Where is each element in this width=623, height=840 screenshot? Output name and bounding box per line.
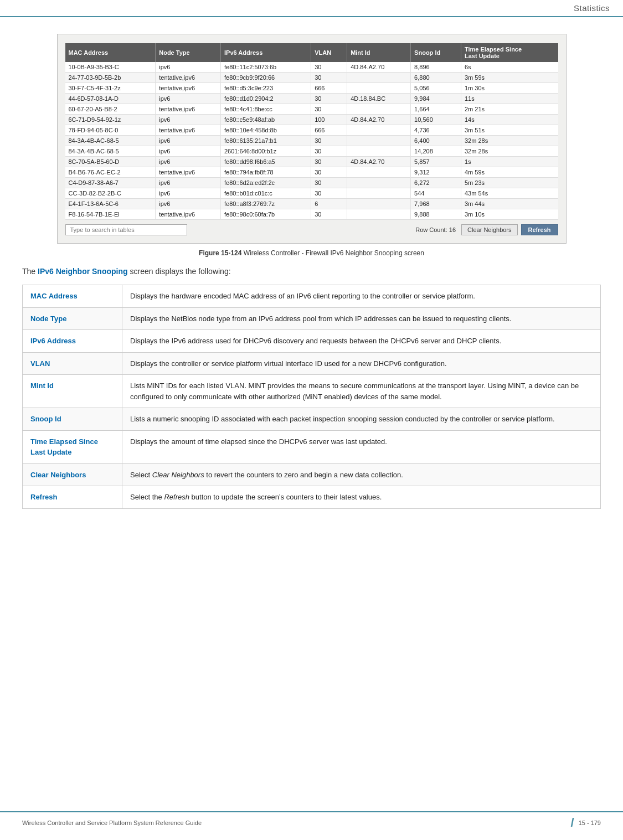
refresh-button[interactable]: Refresh [521, 224, 558, 235]
table-cell: 78-FD-94-05-8C-0 [65, 125, 156, 136]
table-cell: 666 [311, 83, 347, 94]
figure-caption-text: Wireless Controller - Firewall IPv6 Neig… [241, 249, 424, 257]
desc-row: RefreshSelect the Refresh button to upda… [23, 486, 601, 509]
table-cell: 4m 59s [461, 167, 558, 178]
desc-term: VLAN [23, 352, 122, 375]
table-header-row: MAC Address Node Type IPv6 Address VLAN … [65, 43, 558, 62]
table-cell: fe80::98c0:60fa:7b [220, 209, 311, 220]
table-cell [347, 146, 411, 157]
table-cell [347, 199, 411, 209]
table-row: 78-FD-94-05-8C-0tentative,ipv6fe80::10e4… [65, 125, 558, 136]
table-cell: 4D.84.A2.70 [347, 115, 411, 125]
search-input[interactable] [65, 224, 187, 235]
table-cell: 84-3A-4B-AC-68-5 [65, 136, 156, 146]
table-cell: ipv6 [156, 199, 221, 209]
desc-row: Snoop IdLists a numeric snooping ID asso… [23, 408, 601, 431]
footer-right: Row Count: 16 Clear Neighbors Refresh [415, 224, 558, 235]
table-cell: 1s [461, 157, 558, 167]
screenshot-footer: Row Count: 16 Clear Neighbors Refresh [65, 224, 558, 235]
table-cell: 24-77-03-9D-5B-2b [65, 73, 156, 83]
table-cell: ipv6 [156, 157, 221, 167]
table-row: 60-67-20-A5-B8-2tentative,ipv6fe80::4c41… [65, 104, 558, 115]
desc-definition: Displays the controller or service platf… [122, 352, 601, 375]
table-cell: fe80::9cb9:9f20:66 [220, 73, 311, 83]
page-footer: Wireless Controller and Service Platform… [0, 811, 623, 829]
screenshot-container: MAC Address Node Type IPv6 Address VLAN … [57, 34, 567, 244]
table-cell: 30 [311, 209, 347, 220]
figure-caption-bold: Figure 15-124 [199, 249, 241, 257]
col-ipv6-address: IPv6 Address [220, 43, 311, 62]
table-cell: 10-0B-A9-35-B3-C [65, 62, 156, 73]
desc-definition: Displays the amount of time elapsed sinc… [122, 430, 601, 463]
desc-row: Time Elapsed SinceLast UpdateDisplays th… [23, 430, 601, 463]
table-cell: fe80::a8f3:2769:7z [220, 199, 311, 209]
desc-row: MAC AddressDisplays the hardware encoded… [23, 285, 601, 308]
row-count-label: Row Count: 16 [415, 226, 456, 233]
table-cell: fe80::794a:fb8f:78 [220, 167, 311, 178]
table-cell: 43m 54s [461, 188, 558, 199]
desc-row: IPv6 AddressDisplays the IPv6 address us… [23, 330, 601, 353]
desc-term: Mint Id [23, 375, 122, 408]
desc-definition: Displays the hardware encoded MAC addres… [122, 285, 601, 308]
table-cell: tentative,ipv6 [156, 83, 221, 94]
table-row: 84-3A-4B-AC-68-5ipv6fe80::6135:21a7:b130… [65, 136, 558, 146]
table-cell: 30 [311, 136, 347, 146]
table-cell: ipv6 [156, 146, 221, 157]
table-cell: 30-F7-C5-4F-31-2z [65, 83, 156, 94]
table-cell: fe80::6135:21a7:b1 [220, 136, 311, 146]
desc-definition: Select Clear Neighbors to revert the cou… [122, 463, 601, 486]
table-cell: F8-16-54-7B-1E-El [65, 209, 156, 220]
col-snoop-id: Snoop Id [411, 43, 461, 62]
table-cell: tentative,ipv6 [156, 167, 221, 178]
desc-row: Clear NeighborsSelect Clear Neighbors to… [23, 463, 601, 486]
footer-left-text: Wireless Controller and Service Platform… [22, 820, 202, 826]
desc-definition: Displays the NetBios node type from an I… [122, 307, 601, 330]
table-cell: 11s [461, 94, 558, 104]
desc-term: MAC Address [23, 285, 122, 308]
col-node-type: Node Type [156, 43, 221, 62]
desc-row: VLANDisplays the controller or service p… [23, 352, 601, 375]
table-cell [347, 167, 411, 178]
page-title: Statistics [574, 3, 610, 13]
table-cell: 3m 51s [461, 125, 558, 136]
neighbor-table: MAC Address Node Type IPv6 Address VLAN … [65, 43, 558, 220]
table-cell: fe80::11c2:5073:6b [220, 62, 311, 73]
table-cell: 4D.84.A2.70 [347, 157, 411, 167]
table-row: C4-D9-87-38-A6-7ipv6fe80::6d2a:ed2f:2c30… [65, 178, 558, 188]
table-cell: ipv6 [156, 188, 221, 199]
table-cell [347, 188, 411, 199]
table-cell: 5m 23s [461, 178, 558, 188]
table-cell: 32m 28s [461, 146, 558, 157]
table-cell: 30 [311, 146, 347, 157]
table-cell: 30 [311, 62, 347, 73]
table-cell: 30 [311, 104, 347, 115]
table-cell: fe80::d5:3c9e:223 [220, 83, 311, 94]
table-cell: fe80::b01d:c01c:c [220, 188, 311, 199]
table-cell: 5,056 [411, 83, 461, 94]
table-cell: 3m 59s [461, 73, 558, 83]
table-cell: 60-67-20-A5-B8-2 [65, 104, 156, 115]
desc-definition: Displays the IPv6 address used for DHCPv… [122, 330, 601, 353]
table-cell: 32m 28s [461, 136, 558, 146]
screen-description: The IPv6 Neighbor Snooping screen displa… [22, 267, 601, 276]
table-cell: fe80::4c41:8be:cc [220, 104, 311, 115]
table-cell [347, 104, 411, 115]
table-cell: 666 [311, 125, 347, 136]
table-cell: tentative,ipv6 [156, 73, 221, 83]
desc-definition: Select the Refresh button to update the … [122, 486, 601, 509]
table-cell: 544 [411, 188, 461, 199]
col-mint-id: Mint Id [347, 43, 411, 62]
table-cell: 30 [311, 188, 347, 199]
table-cell: 1m 30s [461, 83, 558, 94]
clear-neighbors-button[interactable]: Clear Neighbors [461, 224, 517, 235]
table-cell [347, 83, 411, 94]
table-cell: 14,208 [411, 146, 461, 157]
table-cell: 6 [311, 199, 347, 209]
table-cell: fe80::c5e9:48af:ab [220, 115, 311, 125]
table-cell: 6,272 [411, 178, 461, 188]
table-cell: 14s [461, 115, 558, 125]
table-cell: 3m 10s [461, 209, 558, 220]
main-content: MAC Address Node Type IPv6 Address VLAN … [0, 17, 623, 548]
table-cell: 5,857 [411, 157, 461, 167]
table-cell: 7,968 [411, 199, 461, 209]
